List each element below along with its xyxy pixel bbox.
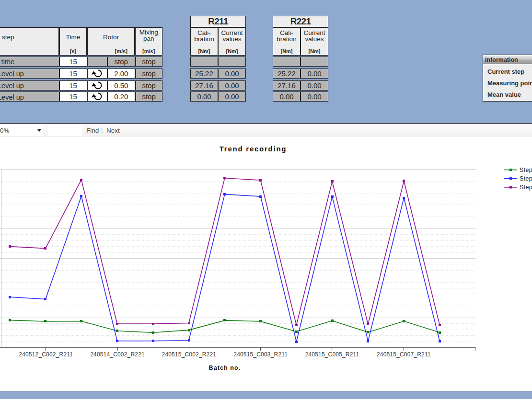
svg-text:Step: Step xyxy=(520,167,532,173)
svg-text:Step: Step xyxy=(520,175,532,182)
svg-text:Step: Step xyxy=(520,184,532,191)
